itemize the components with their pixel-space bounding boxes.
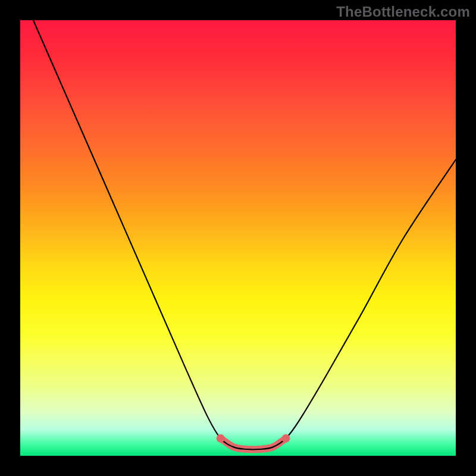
highlight-endpoint-dot xyxy=(217,434,225,443)
chart-frame: TheBottleneck.com xyxy=(0,0,476,476)
highlight-endpoint-dot xyxy=(282,434,290,443)
bottleneck-curve xyxy=(33,20,456,449)
watermark-text: TheBottleneck.com xyxy=(336,4,470,20)
curve-layer xyxy=(20,20,456,456)
optimal-range-highlight xyxy=(221,439,286,450)
plot-area xyxy=(20,20,456,456)
